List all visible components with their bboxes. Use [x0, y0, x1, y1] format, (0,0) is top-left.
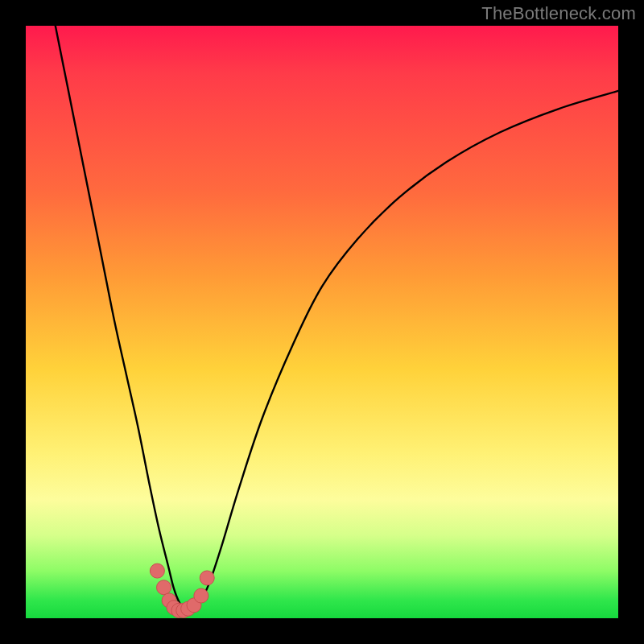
marker-dot — [194, 588, 208, 603]
marker-dot — [200, 571, 214, 585]
watermark-text: TheBottleneck.com — [481, 3, 636, 24]
marker-dot — [156, 580, 171, 595]
bottleneck-curve-path — [56, 26, 618, 611]
bottleneck-curve-svg — [26, 26, 618, 618]
marker-dot — [150, 564, 164, 578]
chart-frame: TheBottleneck.com — [0, 0, 644, 644]
highlighted-markers-group — [150, 564, 214, 617]
plot-area — [26, 26, 618, 618]
